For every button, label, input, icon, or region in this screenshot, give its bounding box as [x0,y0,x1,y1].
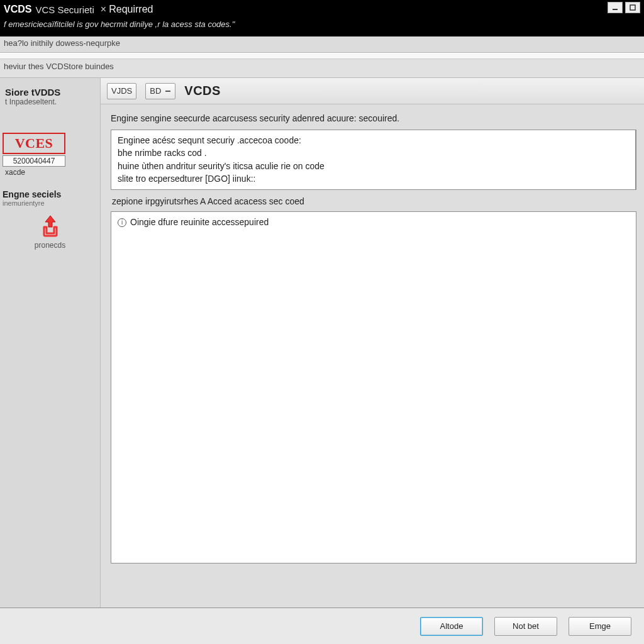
primary-button[interactable]: Altode [420,617,483,636]
sidebar-store-block: Siore tVDDS t Inpadeseltent. [0,84,100,114]
tertiary-button[interactable]: Emge [569,617,631,636]
toolbar-button-1[interactable]: VJDS [107,83,136,99]
window-controls [608,2,640,13]
footer: Altode Not bet Emge [0,608,644,644]
header-strip-2: heviur thes VCDStore buindes [0,59,644,78]
panel-b-line: Oingie dfure reuinite accessepuired [130,217,269,227]
title-rest: Requirred [109,4,153,15]
sidebar: Siore tVDDS t Inpadeseltent. VCES 520004… [0,78,101,613]
toolbar-button-2-label: BD [150,86,161,96]
main-header-line: Engine sengine seecurde acarcusess secur… [111,113,636,123]
info-icon: i [118,218,126,227]
toolbar-button-2[interactable]: BD [145,83,175,99]
tertiary-button-label: Emge [589,621,611,631]
titlebar: VCDS VCS Securieti × Requirred [0,0,644,19]
panel-a-line-0: Enginee acésc sequnt securiy .accecoa co… [118,134,629,147]
sidebar-engine-title: Engne seciels [3,189,96,199]
panel-a-line-2: huine ùthen andritur seurity's iticsa ac… [118,160,629,172]
sidebar-store-title: Siore tVDDS [5,87,95,97]
sidebar-logo-text: VCES [6,135,62,152]
sidebar-logo-box[interactable]: VCES [3,133,65,154]
toolbar-button-1-label: VJDS [111,86,132,96]
toolbar: VJDS BD VCDS [101,78,644,104]
main-area: Engine sengine seecurde acarcusess secur… [101,104,644,564]
sidebar-engine-sub: inemurientyre [3,199,96,207]
title-secondary: VCS Securieti [35,4,94,15]
minimize-icon [611,4,619,11]
title-subtitle: f emesriciecaïfitcilel is gov hecrmit di… [0,19,644,36]
maximize-icon [628,4,637,11]
secondary-button[interactable]: Not bet [494,617,557,636]
panel-a-line-1: bhe nrimbe racks cod . [118,147,629,159]
content: VJDS BD VCDS Engine sengine seecurde aca… [101,78,644,613]
header-strip-1: hea?lo inithily dowess-nequrpke [0,36,644,53]
svg-rect-1 [630,5,635,10]
upload-icon[interactable] [35,212,65,240]
sidebar-logo-code: 5200040447 [3,155,65,167]
title-brand: VCDS [4,4,31,15]
panel-security-code: Enginee acésc sequnt securiy .accecoa co… [111,130,636,190]
strip-divider [0,53,644,59]
sidebar-logo-caption: xacde [5,168,96,177]
mid-label: zepione irpgyirutsrhes A Acced acacess s… [112,196,636,206]
minus-icon [165,88,171,94]
title-separator: × [101,4,106,15]
minimize-button[interactable] [608,2,623,13]
maximize-button[interactable] [625,2,640,13]
upload-caption: pronecds [0,241,100,250]
secondary-button-label: Not bet [513,621,539,631]
sidebar-engine-block: Engne seciels inemurientyre [0,189,100,207]
sidebar-store-sub: t Inpadeseltent. [5,97,95,106]
body: Siore tVDDS t Inpadeseltent. VCES 520004… [0,78,644,613]
primary-button-label: Altode [440,621,464,631]
panel-output[interactable]: iOingie dfure reuinite accessepuired [111,211,636,564]
toolbar-brand: VCDS [184,84,221,98]
panel-a-line-3: slite tro ecpersedturer [DGO] iinuk:: [118,172,629,185]
